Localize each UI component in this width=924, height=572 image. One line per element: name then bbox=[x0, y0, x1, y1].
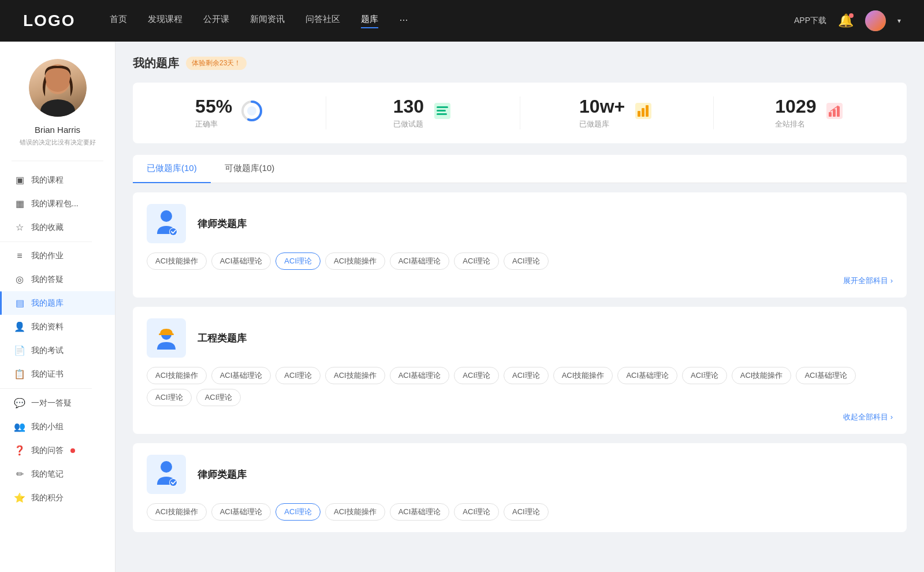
svg-point-5 bbox=[247, 106, 256, 116]
sidebar-item-coursepkg[interactable]: ▦ 我的课程包... bbox=[0, 192, 115, 216]
sidebar-item-favorites[interactable]: ☆ 我的收藏 bbox=[0, 216, 115, 239]
app-download-button[interactable]: APP下载 bbox=[794, 16, 826, 26]
svg-point-2 bbox=[45, 66, 70, 92]
bank-tag[interactable]: ACI技能操作 bbox=[732, 367, 792, 384]
bank-tag[interactable]: ACI理论 bbox=[682, 367, 727, 384]
bank-collapse-engineer1[interactable]: 收起全部科目 › bbox=[843, 412, 893, 422]
nav-news[interactable]: 新闻资讯 bbox=[250, 14, 285, 28]
bank-icon-engineer1 bbox=[147, 318, 186, 358]
bank-tag[interactable]: ACI理论 bbox=[147, 389, 192, 406]
myqa-icon: ❓ bbox=[14, 445, 25, 456]
stat-ranking-value: 1029 bbox=[775, 96, 816, 117]
svg-rect-17 bbox=[837, 106, 840, 117]
tab-available-banks[interactable]: 可做题库(10) bbox=[211, 155, 289, 183]
bank-tag-active[interactable]: ACI理论 bbox=[275, 503, 321, 521]
nav-more[interactable]: ··· bbox=[399, 14, 408, 28]
bank-tag[interactable]: ACI基础理论 bbox=[796, 367, 856, 384]
bank-tag[interactable]: ACI技能操作 bbox=[553, 367, 613, 384]
favorites-icon: ☆ bbox=[14, 222, 25, 233]
stat-ranking: 1029 全站排名 bbox=[714, 96, 907, 129]
bank-tag[interactable]: ACI理论 bbox=[196, 389, 241, 406]
bank-tag[interactable]: ACI理论 bbox=[454, 367, 499, 384]
main-content: 我的题库 体验剩余23天！ 55% 正确率 bbox=[116, 42, 924, 572]
stat-correctrate-value: 55% bbox=[195, 96, 232, 117]
bank-icon-lawyer2 bbox=[147, 455, 186, 494]
bank-tag[interactable]: ACI技能操作 bbox=[147, 367, 207, 384]
sidebar: Brian Harris 错误的决定比没有决定要好 ▣ 我的课程 ▦ 我的课程包… bbox=[0, 42, 116, 572]
bank-card-engineer1: 工程类题库 ACI技能操作 ACI基础理论 ACI理论 ACI技能操作 ACI基… bbox=[133, 307, 907, 434]
bank-tag[interactable]: ACI基础理论 bbox=[390, 503, 450, 521]
bank-tag[interactable]: ACI基础理论 bbox=[211, 503, 271, 521]
bank-card-lawyer2: 律师类题库 ACI技能操作 ACI基础理论 ACI理论 ACI技能操作 ACI基… bbox=[133, 443, 907, 532]
bank-tag[interactable]: ACI基础理论 bbox=[390, 252, 450, 270]
sidebar-avatar bbox=[29, 59, 87, 117]
certificate-icon: 📋 bbox=[14, 369, 25, 380]
sidebar-item-profile[interactable]: 👤 我的资料 bbox=[0, 315, 115, 339]
stat-correctrate: 55% 正确率 bbox=[133, 96, 326, 129]
stat-done-questions-value: 130 bbox=[393, 96, 424, 117]
stat-ranking-label: 全站排名 bbox=[775, 119, 816, 129]
bank-tag[interactable]: ACI技能操作 bbox=[325, 367, 385, 384]
sidebar-menu: ▣ 我的课程 ▦ 我的课程包... ☆ 我的收藏 ≡ 我的作业 ◎ 我的答疑 ▤ bbox=[0, 168, 115, 510]
svg-point-24 bbox=[161, 461, 172, 473]
sidebar-item-myqa[interactable]: ❓ 我的问答 bbox=[0, 439, 115, 462]
sidebar-item-answers[interactable]: ◎ 我的答疑 bbox=[0, 268, 115, 291]
qa-badge bbox=[70, 448, 75, 453]
exam-icon: 📄 bbox=[14, 345, 25, 356]
sidebar-item-points[interactable]: ⭐ 我的积分 bbox=[0, 486, 115, 510]
nav-qa[interactable]: 问答社区 bbox=[305, 14, 340, 28]
nav-discover[interactable]: 发现课程 bbox=[148, 14, 182, 28]
onetutoring-icon: 💬 bbox=[14, 398, 25, 408]
svg-rect-16 bbox=[833, 109, 836, 117]
svg-point-1 bbox=[40, 99, 75, 117]
sidebar-item-certificate[interactable]: 📋 我的证书 bbox=[0, 362, 115, 386]
sidebar-item-mycourse[interactable]: ▣ 我的课程 bbox=[0, 168, 115, 192]
bank-tags-lawyer1: ACI技能操作 ACI基础理论 ACI理论 ACI技能操作 ACI基础理论 AC… bbox=[147, 252, 893, 270]
nav-right: APP下载 🔔 ▾ bbox=[794, 10, 901, 31]
sidebar-item-group[interactable]: 👥 我的小组 bbox=[0, 415, 115, 439]
bank-tag[interactable]: ACI理论 bbox=[454, 503, 499, 521]
sidebar-item-onetutoring[interactable]: 💬 一对一答疑 bbox=[0, 391, 115, 415]
nav-opencourse[interactable]: 公开课 bbox=[203, 14, 229, 28]
sidebar-item-homework[interactable]: ≡ 我的作业 bbox=[0, 244, 115, 268]
bank-tag[interactable]: ACI基础理论 bbox=[390, 367, 450, 384]
bank-tag[interactable]: ACI基础理论 bbox=[211, 252, 271, 270]
sidebar-divider-top bbox=[12, 161, 103, 161]
bank-tag[interactable]: ACI理论 bbox=[454, 252, 499, 270]
svg-rect-8 bbox=[437, 110, 446, 112]
coursepkg-icon: ▦ bbox=[14, 198, 25, 209]
page-header: 我的题库 体验剩余23天！ bbox=[133, 55, 907, 71]
sidebar-item-notes[interactable]: ✏ 我的笔记 bbox=[0, 462, 115, 486]
bank-tag[interactable]: ACI理论 bbox=[504, 503, 549, 521]
sidebar-divider-1 bbox=[0, 242, 92, 242]
bank-tag[interactable]: ACI理论 bbox=[504, 252, 549, 270]
tab-row: 已做题库(10) 可做题库(10) bbox=[133, 155, 907, 183]
bank-tag[interactable]: ACI理论 bbox=[275, 367, 321, 384]
nav-exam[interactable]: 题库 bbox=[361, 14, 378, 28]
sidebar-item-exam[interactable]: 📄 我的考试 bbox=[0, 339, 115, 362]
page-wrapper: Brian Harris 错误的决定比没有决定要好 ▣ 我的课程 ▦ 我的课程包… bbox=[0, 0, 924, 572]
bank-tag[interactable]: ACI理论 bbox=[504, 367, 549, 384]
notification-bell-icon[interactable]: 🔔 bbox=[838, 13, 854, 28]
bank-tag[interactable]: ACI技能操作 bbox=[147, 252, 207, 270]
bank-tag[interactable]: ACI技能操作 bbox=[325, 252, 385, 270]
notes-icon: ✏ bbox=[14, 469, 25, 480]
bank-tag[interactable]: ACI基础理论 bbox=[617, 367, 677, 384]
nav-home[interactable]: 首页 bbox=[110, 14, 127, 28]
bank-name-lawyer2: 律师类题库 bbox=[198, 468, 247, 481]
tab-done-banks[interactable]: 已做题库(10) bbox=[133, 155, 211, 183]
avatar-image bbox=[865, 10, 886, 31]
user-avatar[interactable] bbox=[865, 10, 886, 31]
bank-tag[interactable]: ACI技能操作 bbox=[325, 503, 385, 521]
svg-rect-15 bbox=[829, 112, 832, 117]
bank-tag-active[interactable]: ACI理论 bbox=[275, 252, 321, 270]
stat-done-banks-value: 10w+ bbox=[579, 96, 625, 117]
notification-dot bbox=[849, 13, 854, 18]
bank-expand-lawyer1[interactable]: 展开全部科目 › bbox=[843, 276, 893, 286]
bank-tag[interactable]: ACI基础理论 bbox=[211, 367, 271, 384]
sidebar-item-questionbank[interactable]: ▤ 我的题库 bbox=[0, 291, 115, 315]
bank-tag[interactable]: ACI技能操作 bbox=[147, 503, 207, 521]
stat-done-questions: 130 已做试题 bbox=[326, 96, 520, 129]
logo[interactable]: LOGO bbox=[23, 12, 75, 30]
user-menu-chevron-icon[interactable]: ▾ bbox=[897, 17, 901, 25]
